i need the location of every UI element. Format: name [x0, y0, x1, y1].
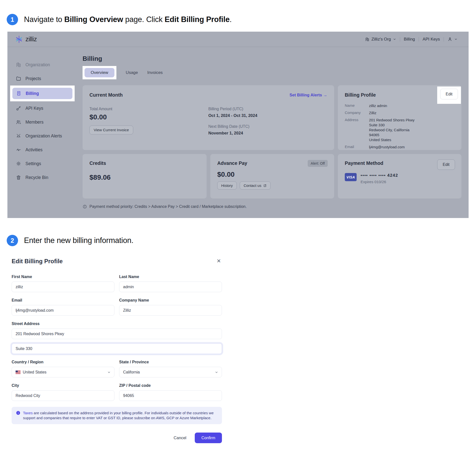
info-icon	[83, 204, 87, 209]
edit-billing-profile-button[interactable]: Edit	[440, 89, 458, 99]
chevron-down-icon	[107, 371, 111, 374]
zilliz-starburst-icon	[15, 35, 23, 44]
sidebar-item-recycle-bin[interactable]: Recycle Bin	[7, 171, 77, 184]
chevron-down-icon	[215, 371, 218, 374]
modal-title: Edit Billing Profile	[12, 258, 63, 265]
street-address-line2-field[interactable]	[12, 343, 222, 354]
tax-note-body: are calculated based on the address prov…	[23, 411, 214, 420]
tax-note: Taxes are calculated based on the addres…	[12, 407, 222, 424]
sidebar-label: Organization	[25, 62, 50, 67]
key-icon	[16, 106, 21, 111]
street-address-field[interactable]	[12, 328, 222, 339]
billing-profile-rows: Name zilliz admin Company Zilliz Address…	[345, 103, 454, 150]
state-label: State / Province	[119, 360, 222, 364]
row-label: Email	[345, 145, 369, 150]
billing-tabs: Overview Usage Invoices	[83, 66, 461, 79]
company-name-label: Company Name	[119, 298, 222, 303]
zilliz-logo[interactable]: zilliz	[15, 35, 37, 44]
country-group: Country / Region United States	[12, 360, 114, 377]
contact-us-button[interactable]: Contact us	[240, 181, 271, 190]
credits-card: Credits $89.06	[83, 154, 207, 198]
country-value: United States	[23, 370, 46, 374]
card-number: •••• •••• •••• 4242	[361, 173, 398, 178]
user-icon	[448, 37, 452, 42]
sidebar-item-projects[interactable]: Projects	[7, 72, 77, 86]
form-row-city-zip: City ZIP / Postal code	[12, 383, 222, 401]
email-group: Email	[12, 298, 114, 316]
edit-billing-profile-modal: Edit Billing Profile ✕ First Name Last N…	[12, 258, 222, 443]
page: 1 Navigate to Billing Overview page. Cli…	[0, 0, 476, 459]
city-field[interactable]	[12, 390, 114, 401]
billing-form: First Name Last Name Email Company Name	[12, 275, 222, 443]
last-name-field[interactable]	[119, 282, 222, 292]
sidebar-item-billing[interactable]: Billing	[12, 88, 72, 99]
zip-label: ZIP / Postal code	[119, 383, 222, 388]
billing-period-value: Oct 1, 2024 - Oct 31, 2024	[208, 113, 327, 118]
total-amount-value: $0.00	[89, 113, 208, 121]
chevron-down-icon	[454, 38, 457, 41]
edit-payment-method-button[interactable]: Edit	[437, 159, 455, 170]
state-select[interactable]: California	[119, 367, 222, 377]
row-value: 201 Redwood Shores Pkwy Suite 330 Redwoo…	[369, 118, 414, 142]
state-group: State / Province California	[119, 360, 222, 377]
alarm-icon	[16, 133, 21, 139]
sidebar-label: Billing	[26, 91, 39, 96]
topnav-api-keys-link[interactable]: API Keys	[419, 37, 444, 42]
confirm-button[interactable]: Confirm	[195, 433, 222, 443]
step-1-badge: 1	[7, 14, 18, 25]
view-current-invoice-button[interactable]: View Current Invoice	[89, 126, 133, 134]
sidebar-item-activities[interactable]: Activities	[7, 143, 77, 157]
cards-row-1: Current Month Set Billing Alerts → Total…	[83, 85, 461, 150]
close-icon[interactable]: ✕	[216, 258, 222, 264]
org-switcher[interactable]: Zilliz's Org	[361, 37, 400, 42]
tab-overview[interactable]: Overview	[85, 68, 114, 77]
row-label: Company	[345, 110, 369, 115]
alert-off-badge: Alert: Off	[308, 160, 328, 167]
current-month-columns: Total Amount $0.00 View Current Invoice …	[89, 98, 327, 135]
profile-row-name: Name zilliz admin	[345, 103, 454, 108]
app-body: Organization Projects Billing	[7, 47, 469, 218]
sidebar: Organization Projects Billing	[7, 47, 77, 218]
first-name-label: First Name	[12, 275, 114, 279]
row-label: Name	[345, 103, 369, 108]
form-row-country-state: Country / Region United States	[12, 360, 222, 377]
form-row-email-company: Email Company Name	[12, 298, 222, 316]
sidebar-item-settings[interactable]: Settings	[7, 157, 77, 171]
cancel-button[interactable]: Cancel	[174, 436, 186, 440]
topnav-api-keys-label: API Keys	[423, 37, 440, 42]
card-info: •••• •••• •••• 4242 Expires 010/26	[361, 173, 398, 184]
tax-note-text: Taxes are calculated based on the addres…	[23, 411, 217, 420]
company-name-field[interactable]	[119, 305, 222, 316]
last-name-label: Last Name	[119, 275, 222, 279]
current-month-card: Current Month Set Billing Alerts → Total…	[83, 85, 334, 150]
tab-usage[interactable]: Usage	[126, 70, 138, 75]
contact-us-label: Contact us	[244, 183, 261, 188]
topnav-billing-link[interactable]: Billing	[400, 37, 419, 42]
set-billing-alerts-link[interactable]: Set Billing Alerts →	[290, 93, 327, 97]
account-menu[interactable]	[444, 37, 461, 42]
profile-row-address: Address 201 Redwood Shores Pkwy Suite 33…	[345, 118, 454, 142]
logo-wordmark: zilliz	[25, 35, 37, 43]
sidebar-item-organization[interactable]: Organization	[7, 58, 77, 72]
overview-highlight-box: Overview	[83, 66, 116, 79]
us-flag-icon	[16, 371, 21, 374]
tab-invoices[interactable]: Invoices	[147, 70, 163, 75]
street-address-label: Street Address	[12, 322, 222, 326]
history-button[interactable]: History	[217, 181, 237, 190]
folder-icon	[16, 76, 21, 81]
sidebar-item-organization-alerts[interactable]: Organization Alerts	[7, 129, 77, 143]
first-name-field[interactable]	[12, 282, 114, 292]
form-row-names: First Name Last Name	[12, 275, 222, 292]
city-group: City	[12, 383, 114, 401]
email-field[interactable]	[12, 305, 114, 316]
advance-pay-card: Advance Pay Alert: Off $0.00 History Con…	[210, 154, 334, 198]
sidebar-item-api-keys[interactable]: API Keys	[7, 101, 77, 115]
country-select[interactable]: United States	[12, 367, 114, 377]
total-amount-column: Total Amount $0.00 View Current Invoice	[89, 98, 208, 135]
trash-icon	[16, 175, 21, 180]
zip-field[interactable]	[119, 390, 222, 401]
sidebar-item-members[interactable]: Members	[7, 115, 77, 129]
payment-priority-note: Payment method priority: Credits > Advan…	[83, 204, 461, 209]
building-icon	[365, 37, 369, 42]
step-1-mid: page. Click	[123, 15, 165, 24]
